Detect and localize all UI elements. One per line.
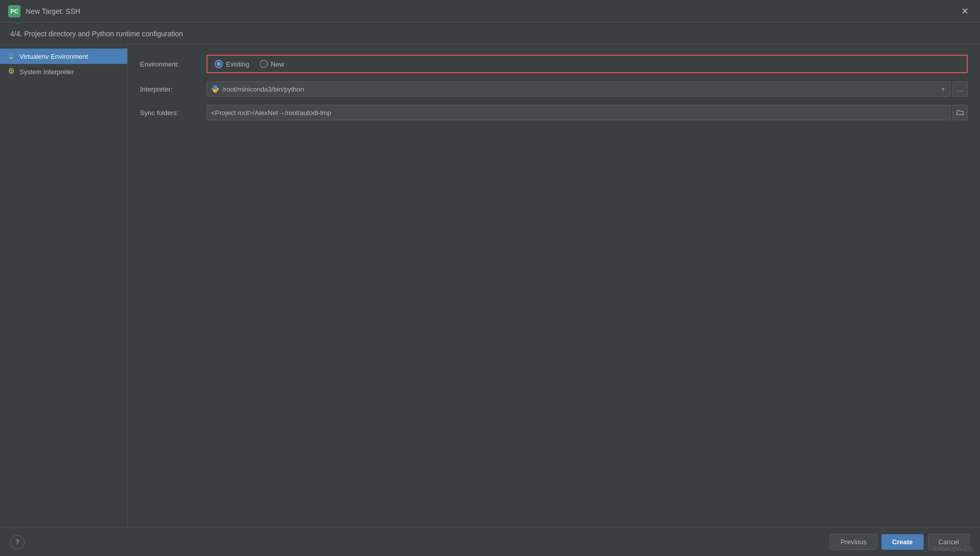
environment-control: Existing New (207, 55, 968, 73)
radio-existing[interactable]: Existing (215, 60, 249, 68)
interpreter-row: Interpreter: /root/miniconda3/bin/python… (140, 81, 968, 97)
sidebar-item-virtualenv-label: Virtualenv Environment (19, 53, 88, 60)
environment-label: Environment: (140, 60, 207, 68)
interpreter-label: Interpreter: (140, 85, 207, 93)
help-button[interactable]: ? (10, 535, 25, 549)
right-panel: Environment: Existing New (128, 45, 980, 527)
radio-existing-label: Existing (226, 60, 249, 68)
radio-existing-circle (215, 60, 223, 68)
sidebar-item-system-label: System Interpreter (19, 68, 74, 76)
interpreter-value: /root/miniconda3/bin/python (222, 85, 939, 93)
environment-radio-group: Existing New (207, 55, 968, 73)
radio-new-label: New (271, 60, 284, 68)
close-button[interactable]: ✕ (958, 6, 972, 17)
previous-button[interactable]: Previous (830, 534, 877, 550)
interpreter-control: /root/miniconda3/bin/python ▼ ... (207, 81, 968, 97)
app-icon: PC (8, 5, 20, 17)
bottom-left: ? (10, 535, 25, 549)
sync-input-group: <Project root>/AlexNet→/root/autodl-tmp (207, 105, 968, 120)
system-interpreter-icon (7, 68, 15, 76)
sidebar-item-system[interactable]: System Interpreter (0, 64, 127, 79)
radio-new[interactable]: New (260, 60, 284, 68)
sidebar-item-virtualenv[interactable]: Virtualenv Environment (0, 49, 127, 64)
environment-row: Environment: Existing New (140, 55, 968, 73)
interpreter-input-group: /root/miniconda3/bin/python ▼ ... (207, 81, 968, 97)
dialog-subtitle: 4/4. Project directory and Python runtim… (0, 23, 980, 45)
bottom-bar: ? Previous Create Cancel (0, 527, 980, 556)
dialog-title: New Target: SSH (26, 7, 80, 15)
svg-point-1 (11, 55, 12, 56)
title-bar-left: PC New Target: SSH (8, 5, 80, 17)
dialog: PC New Target: SSH ✕ 4/4. Project direct… (0, 0, 980, 556)
title-bar: PC New Target: SSH ✕ (0, 0, 980, 23)
create-button[interactable]: Create (881, 534, 923, 550)
svg-point-3 (11, 70, 12, 72)
folder-icon (956, 109, 964, 116)
sync-folders-value[interactable]: <Project root>/AlexNet→/root/autodl-tmp (207, 105, 950, 120)
sync-folders-control: <Project root>/AlexNet→/root/autodl-tmp (207, 105, 968, 120)
dropdown-arrow-icon: ▼ (941, 86, 946, 92)
sync-folders-browse-button[interactable] (952, 105, 968, 120)
sync-folders-row: Sync folders: <Project root>/AlexNet→/ro… (140, 105, 968, 120)
radio-new-circle (260, 60, 268, 68)
sidebar: Virtualenv Environment System Interprete… (0, 45, 128, 527)
content-area: Virtualenv Environment System Interprete… (0, 45, 980, 527)
python-icon (211, 85, 219, 93)
interpreter-dropdown[interactable]: /root/miniconda3/bin/python ▼ (207, 81, 950, 97)
interpreter-more-button[interactable]: ... (952, 81, 968, 97)
watermark: CSDN @白三点 (934, 545, 974, 553)
virtualenv-icon (7, 52, 15, 60)
sync-folders-label: Sync folders: (140, 109, 207, 117)
